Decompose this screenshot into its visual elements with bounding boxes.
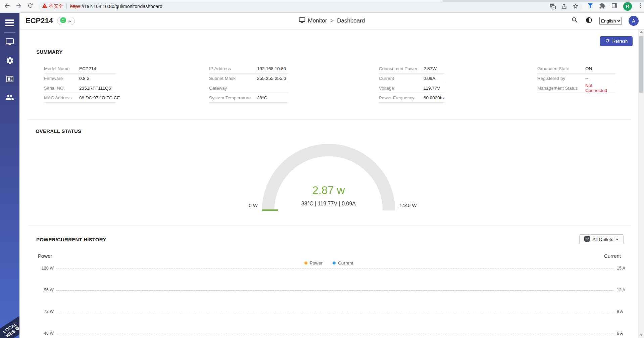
chart-gridline: 72 W 9 A — [19, 312, 638, 312]
summary-row: Serial NO.2351RFF111Q5 — [44, 83, 116, 93]
breadcrumb-separator: > — [330, 17, 334, 24]
translate-icon[interactable]: Aa — [549, 3, 556, 10]
summary-row: Current0.09A — [379, 74, 445, 83]
url-scheme: https — [70, 4, 80, 9]
chevron-up-icon — [68, 18, 71, 24]
summary-row: Gateway — [209, 83, 288, 93]
breadcrumb-monitor-icon — [299, 17, 305, 25]
history-title: POWER/CURRENT HISTORY — [36, 237, 106, 242]
theme-contrast-icon[interactable] — [585, 16, 593, 25]
language-select[interactable]: English — [599, 17, 622, 25]
device-status-badge[interactable] — [57, 17, 75, 25]
refresh-button[interactable]: Refresh — [600, 36, 633, 46]
address-bar[interactable]: 不安全 https ://192.168.10.80/gui/monitor/d… — [39, 2, 582, 11]
outlet-icon — [584, 236, 590, 243]
left-tick-label: 72 W — [33, 309, 54, 314]
url-divider — [66, 4, 67, 9]
scrollbar-up-arrow[interactable] — [640, 31, 643, 33]
power-legend-dot — [304, 261, 307, 264]
reload-button[interactable] — [26, 1, 35, 12]
browser-menu-kebab-icon[interactable] — [637, 2, 644, 10]
funnel-extension-icon[interactable] — [587, 2, 594, 10]
right-tick-label: 12 A — [617, 288, 634, 292]
right-tick-label: 9 A — [617, 309, 634, 314]
gauge-value: 2.87 w — [255, 184, 402, 197]
url-text: ://192.168.10.80/gui/monitor/dashboard — [80, 4, 162, 9]
legend-item-current[interactable]: Current — [333, 260, 353, 265]
browser-toolbar: 不安全 https ://192.168.10.80/gui/monitor/d… — [0, 0, 644, 13]
summary-row: System Temperature38°C — [209, 93, 288, 103]
monitor-icon — [5, 38, 14, 48]
outlet-status-icon — [60, 17, 66, 24]
current-legend-label: Current — [338, 260, 353, 265]
scrollbar-down-arrow[interactable] — [640, 334, 643, 336]
current-legend-dot — [333, 261, 336, 264]
user-avatar[interactable]: A — [629, 16, 639, 26]
dashboard-content: Refresh SUMMARY Model NameECP214 Firmwar… — [19, 29, 638, 338]
scrollbar-thumb[interactable] — [639, 36, 643, 93]
app-header: ECP214 Monitor > Dashboard English A — [19, 13, 644, 29]
sidebar-item-users[interactable] — [0, 91, 19, 105]
sidebar-item-logs[interactable] — [0, 72, 19, 87]
left-tick-label: 120 W — [33, 266, 54, 271]
security-warning-icon[interactable] — [42, 3, 47, 9]
users-icon — [5, 93, 14, 103]
dashed-gridline — [56, 312, 613, 312]
reload-icon — [27, 2, 34, 10]
gauge-max-label: 1440 W — [399, 202, 417, 208]
breadcrumb-page[interactable]: Dashboard — [337, 17, 365, 24]
event-log-icon — [6, 75, 14, 85]
right-tick-label: 6 A — [617, 331, 634, 336]
page-scrollbar[interactable] — [638, 29, 644, 338]
management-status-value: Not Connected — [585, 83, 615, 93]
side-panel-icon[interactable] — [611, 2, 618, 10]
summary-row: Grounded StateON — [537, 64, 615, 74]
right-axis-title: Current — [604, 253, 621, 259]
forward-button[interactable] — [14, 1, 23, 12]
summary-column-device: Model NameECP214 Firmware0.8.2 Serial NO… — [44, 64, 116, 103]
sidebar-item-monitor[interactable] — [0, 35, 19, 50]
summary-row: Voltage119.77V — [379, 83, 445, 93]
refresh-icon — [605, 38, 610, 44]
sidebar-item-settings[interactable] — [0, 54, 19, 68]
gear-icon — [6, 56, 14, 66]
chart-gridline: 96 W 12 A — [19, 290, 638, 291]
summary-row: Model NameECP214 — [44, 64, 116, 74]
outlet-filter-button[interactable]: All Outlets — [579, 234, 624, 244]
power-legend-label: Power — [310, 260, 323, 265]
search-icon[interactable] — [571, 16, 579, 25]
summary-title: SUMMARY — [36, 49, 62, 55]
back-icon — [3, 2, 11, 11]
summary-row: Firmware0.8.2 — [44, 74, 116, 83]
extensions-area: R — [587, 2, 644, 11]
dashed-gridline — [56, 290, 613, 291]
extensions-puzzle-icon[interactable] — [599, 2, 606, 10]
share-icon[interactable] — [561, 3, 567, 10]
summary-row: Management StatusNot Connected — [537, 83, 615, 93]
summary-row: Counsumed Power2.87W — [379, 64, 445, 74]
back-button[interactable] — [2, 1, 12, 12]
gauge-detail: 38°C | 119.77V | 0.09A — [255, 201, 402, 207]
legend-item-power[interactable]: Power — [304, 260, 323, 265]
dashed-gridline — [56, 334, 613, 334]
sidebar-nav: LOCAL WEB — [0, 13, 19, 338]
left-axis-title: Power — [38, 253, 52, 259]
sidebar-menu-toggle[interactable] — [0, 15, 19, 30]
summary-row: Power Frequency60.0020hz — [379, 93, 445, 103]
tab-strip — [443, 0, 644, 2]
section-divider — [28, 119, 631, 119]
bookmark-star-icon[interactable] — [572, 3, 579, 10]
summary-column-power: Counsumed Power2.87W Current0.09A Voltag… — [379, 64, 445, 103]
security-warning-text[interactable]: 不安全 — [49, 3, 63, 9]
dashed-gridline — [56, 269, 613, 269]
left-tick-label: 48 W — [33, 331, 54, 336]
summary-column-network: IP Address192.168.10.80 Subnet Mask255.2… — [209, 64, 288, 103]
browser-profile-avatar[interactable]: R — [623, 2, 632, 11]
screen: 不安全 https ://192.168.10.80/gui/monitor/d… — [0, 0, 644, 338]
summary-row: MAC Address88:DC:97:1B:FC:CE — [44, 93, 116, 103]
refresh-label: Refresh — [612, 39, 628, 44]
section-divider — [28, 226, 631, 226]
sidebar-divider — [4, 32, 15, 33]
chart-gridline: 120 W 15 A — [19, 269, 638, 269]
breadcrumb-section[interactable]: Monitor — [308, 17, 327, 24]
